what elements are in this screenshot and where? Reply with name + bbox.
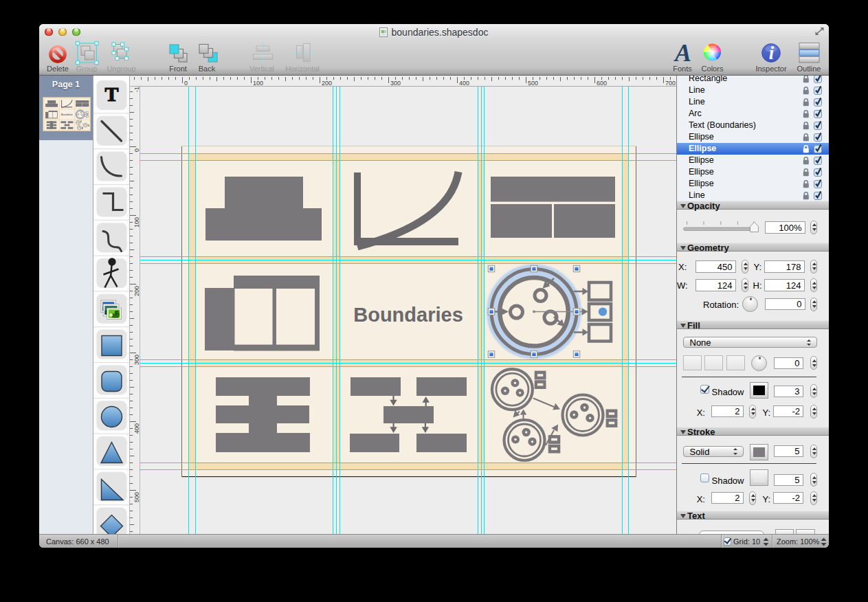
svg-text:A: A bbox=[674, 39, 691, 67]
svg-text:200: 200 bbox=[133, 286, 140, 296]
svg-text:300: 300 bbox=[390, 80, 401, 87]
svg-text:i: i bbox=[769, 43, 775, 63]
svg-text:100: 100 bbox=[133, 217, 140, 227]
svg-text:500: 500 bbox=[133, 492, 140, 502]
svg-text:-100: -100 bbox=[133, 87, 140, 92]
svg-text:0: 0 bbox=[133, 148, 140, 152]
svg-text:200: 200 bbox=[322, 80, 332, 87]
svg-text:T: T bbox=[104, 82, 118, 105]
svg-text:700: 700 bbox=[665, 80, 676, 87]
svg-text:500: 500 bbox=[528, 80, 538, 87]
svg-text:600: 600 bbox=[597, 80, 607, 87]
svg-text:400: 400 bbox=[459, 80, 469, 87]
svg-text:400: 400 bbox=[133, 423, 140, 434]
svg-text:100: 100 bbox=[253, 80, 263, 87]
svg-text:300: 300 bbox=[133, 355, 140, 365]
svg-text:0: 0 bbox=[184, 80, 188, 87]
